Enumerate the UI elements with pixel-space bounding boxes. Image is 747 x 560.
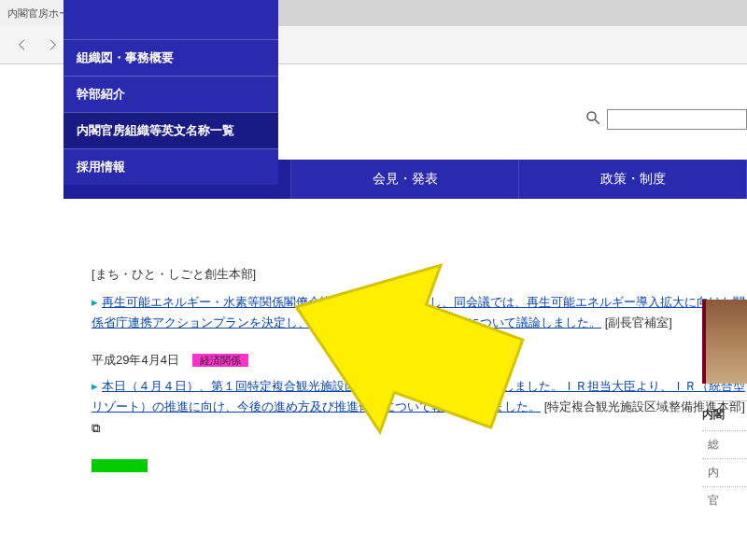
sidebar-link[interactable]: 総 <box>702 430 747 458</box>
back-button[interactable] <box>9 32 35 58</box>
bullet-icon: ▸ <box>92 379 98 393</box>
nav-dropdown: 組織図・事務概要 幹部紹介 内閣官房組織等英文名称一覧 採用情報 <box>63 0 278 185</box>
svg-point-0 <box>587 112 596 120</box>
news-source: [副長官補室] <box>605 315 672 329</box>
news-context: [まち・ひと・しごと創生本部] <box>92 264 747 285</box>
dropdown-item-recruit[interactable]: 採用情報 <box>63 148 278 185</box>
external-link-icon: ⧉ <box>92 421 100 435</box>
dropdown-item-english[interactable]: 内閣官房組織等英文名称一覧 <box>63 112 278 148</box>
news-date-row: 平成29年4月4日 経済関係 <box>92 350 747 371</box>
search-input[interactable] <box>607 109 747 130</box>
dropdown-item-org[interactable]: 組織図・事務概要 <box>63 39 278 76</box>
news-date: 平成29年4月4日 <box>92 353 179 367</box>
sidebar-heading: 内閣 <box>702 407 747 423</box>
sidebar-image <box>702 300 747 384</box>
nav-policy[interactable]: 政策・制度 <box>519 160 747 199</box>
sidebar-link[interactable]: 官 <box>702 486 747 514</box>
news-date-row <box>92 455 747 476</box>
bullet-icon: ▸ <box>92 295 98 309</box>
news-item: ▸再生可能エネルギー・水素等関係閣僚会議（第１回）を開催し、同会議では、再生可能… <box>92 292 747 333</box>
dropdown-item-exec[interactable]: 幹部紹介 <box>63 76 278 112</box>
news-item: ▸本日（４月４日）、第１回特定複合観光施設区域整備推進本部会合を開催しました。Ｉ… <box>92 376 747 438</box>
sidebar-section: 内閣 総 内 官 <box>702 400 747 514</box>
sidebar-link[interactable]: 内 <box>702 458 747 486</box>
nav-press[interactable]: 会見・発表 <box>291 160 519 199</box>
forward-button[interactable] <box>39 32 65 58</box>
category-tag <box>92 459 148 472</box>
category-tag: 経済関係 <box>192 354 248 367</box>
search-icon[interactable] <box>585 109 601 130</box>
